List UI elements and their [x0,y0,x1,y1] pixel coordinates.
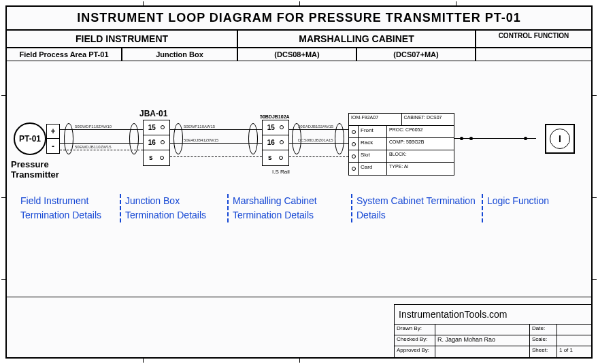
subheader-dcs08: (DCS08+MA) [238,48,357,61]
terminal-dot-icon [352,167,356,171]
wire [170,143,262,144]
title-block-site: InstrumentationTools.com [395,305,591,325]
sys-iom: IOM-F92A07 [349,114,402,125]
sys-header-row: IOM-F92A07 CABINET: DCS07 [349,114,454,126]
connection-dot-icon [460,137,463,140]
border-line [7,297,591,298]
sys-row: CardTYPE: AI [349,163,454,175]
drawing-frame: INSTRUMENT LOOP DIAGRAM FOR PRESSURE TRA… [5,5,593,359]
terminal-dot-icon [280,140,284,144]
transmitter-symbol: PT-01 [14,122,46,155]
terminal-dot-icon [160,156,164,160]
wire-tag: DCS08DJBZ01A15 [298,138,333,142]
system-cabinet-box: IOM-F92A07 CABINET: DCS07 FrontPROC: CP6… [348,113,454,176]
subheader-junction-box: Junction Box [122,48,238,61]
logic-function-symbol: I [545,124,575,154]
title-block: InstrumentationTools.com Drawn By: Date:… [394,304,591,357]
transmitter-label: Pressure Transmitter [11,160,59,180]
wire [289,129,348,130]
sys-row: FrontPROC: CP6052 [349,126,454,138]
terminal-dot-icon [161,140,165,144]
jb-terminal: 15 [144,120,169,135]
blue-label-field: Field Instrument Termination Details [16,194,120,222]
sub-headers: Field Process Area PT-01 Junction Box (D… [7,48,591,61]
cable-gland-icon [248,123,258,154]
terminal-dot-icon [161,125,165,129]
header-control: CONTROL FUNCTION [476,31,591,47]
ruler-tick [591,279,597,280]
terminal-dot-icon [280,125,284,129]
termination-labels-row: Field Instrument Termination Details Jun… [16,194,582,222]
wire-tag: 50EWDJB110ZW15 [75,145,112,149]
wire [170,129,262,130]
subheader-process-area: Field Process Area PT-01 [7,48,122,61]
terminal-dot-icon [352,154,356,159]
cable-gland-icon [173,123,183,154]
wire-tag: 50EADJB102AW15 [298,125,333,129]
terminal-positive: + [47,125,59,139]
jb-terminal: 16 [144,135,169,150]
wire [60,129,143,130]
ruler-tick [591,197,597,198]
wire-tag: 50E4DJB41Z0W15 [184,138,218,142]
cable-gland-icon [335,123,344,154]
terminal-dot-icon [279,156,283,160]
ruler-tick [591,95,597,96]
shield-wire [170,156,262,157]
ruler-tick [299,1,300,7]
junction-box-tag: JBA-01 [139,109,167,118]
title-block-row: Approved By: Sheet: 1 of 1 [395,346,591,357]
marshalling-box: 15 16 s [262,120,289,166]
subheader-dcs07: (DCS07+MA) [357,48,476,61]
wire-tag: 50EWDF110ZAW10 [75,125,112,129]
ruler-tick [1,279,7,280]
connection-dot-icon [524,137,527,140]
blue-label-system: System Cabinet Termination Details [352,194,482,222]
ruler-tick [1,197,7,198]
ruler-tick [143,357,144,363]
ruler-tick [299,357,300,363]
marshalling-box-tag: 50BDJB102A [260,114,290,119]
sys-cabinet: CABINET: DCS07 [402,114,454,125]
blue-label-marshalling: Marshalling Cabinet Termination Details [229,194,351,222]
title-block-row: Drawn By: Date: [395,325,591,335]
ruler-tick [1,95,7,96]
mb-terminal: s [263,150,288,165]
blue-label-logic: Logic Function [483,194,582,222]
connection-dot-icon [469,137,473,140]
junction-box: 15 16 s [143,120,170,166]
rail-label: I.S Rail [272,169,290,175]
section-headers: FIELD INSTRUMENT MARSHALLING CABINET CON… [7,31,591,48]
loop-diagram-canvas: PT-01 + - Pressure Transmitter 50EWDF110… [7,61,591,238]
diagram-title: INSTRUMENT LOOP DIAGRAM FOR PRESSURE TRA… [7,7,591,31]
sys-row: RackCOMP: 50BG2B [349,138,454,150]
jb-terminal: s [144,150,169,165]
subheader-blank [476,48,591,61]
shield-wire [289,156,348,157]
wire-tag: 50EWF110AW15 [184,125,215,129]
header-field: FIELD INSTRUMENT [7,31,238,47]
terminal-dot-icon [352,142,356,146]
ruler-tick [143,1,144,7]
sys-row: SlotBLOCK: [349,150,454,163]
ruler-tick [456,1,456,7]
wire [60,143,143,144]
mb-terminal: 16 [263,135,288,150]
wire [289,143,348,144]
title-block-row: Checked By: R. Jagan Mohan Rao Scale: [395,335,591,346]
terminal-negative: - [47,139,59,153]
transmitter-terminals: + - [46,124,60,154]
terminal-dot-icon [352,130,356,134]
mb-terminal: 15 [263,120,288,135]
blue-label-jb: Junction Box Termination Details [121,194,227,222]
header-marshalling: MARSHALLING CABINET [238,31,476,47]
shield-wire [60,150,143,150]
